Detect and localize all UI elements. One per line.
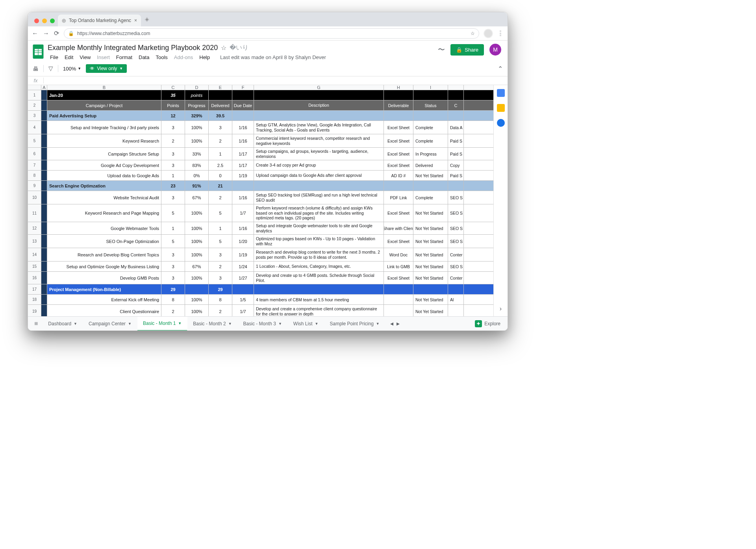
col-header[interactable]: A bbox=[41, 85, 47, 90]
new-tab-button[interactable]: + bbox=[141, 16, 153, 26]
chevron-down-icon[interactable]: ▼ bbox=[128, 322, 132, 326]
row-header[interactable]: 9 bbox=[28, 181, 41, 191]
menu-file[interactable]: File bbox=[48, 54, 61, 61]
user-avatar[interactable]: M bbox=[489, 44, 501, 56]
row-header[interactable]: 6 bbox=[28, 148, 41, 160]
sheet-tab[interactable]: Campaign Center ▼ bbox=[83, 317, 137, 331]
browser-tab[interactable]: ◎ Top Orlando Marketing Agenc × bbox=[58, 15, 141, 26]
sheet-tab[interactable]: Wish List ▼ bbox=[288, 317, 324, 331]
collapse-toolbar-icon[interactable]: ⌃ bbox=[498, 65, 503, 72]
address-bar[interactable]: 🔒 https://www.chatterbuzzmedia.com ☆ bbox=[64, 28, 479, 39]
col-header[interactable] bbox=[448, 85, 464, 90]
col-header[interactable]: B bbox=[47, 85, 161, 90]
row-header[interactable]: 4 bbox=[28, 121, 41, 134]
table-row[interactable]: 6Campaign Structure Setup333%11/17Setup … bbox=[28, 148, 493, 160]
formula-bar[interactable]: fx bbox=[28, 76, 508, 85]
forward-icon[interactable]: → bbox=[43, 30, 49, 37]
spreadsheet-grid[interactable]: A B C D E F G H I 1 Jan-20 35 points 2 bbox=[28, 85, 493, 316]
sheet-prev-icon[interactable]: ◂ bbox=[390, 320, 393, 327]
close-tab-icon[interactable]: × bbox=[134, 18, 137, 23]
chevron-down-icon[interactable]: ▼ bbox=[178, 321, 182, 325]
col-header[interactable]: I bbox=[413, 85, 448, 90]
table-row[interactable]: 8Upload data to Google Ads10%01/19Upload… bbox=[28, 171, 493, 181]
row-header[interactable]: 14 bbox=[28, 248, 41, 261]
sheet-next-icon[interactable]: ▸ bbox=[397, 320, 400, 327]
col-header[interactable]: F bbox=[232, 85, 254, 90]
back-icon[interactable]: ← bbox=[32, 30, 38, 37]
browser-menu-icon[interactable]: ⋮ bbox=[497, 30, 504, 37]
chevron-down-icon[interactable]: ▼ bbox=[376, 322, 380, 326]
zoom-dropdown[interactable]: 100% ▼ bbox=[63, 66, 81, 72]
menu-insert[interactable]: Insert bbox=[94, 54, 112, 61]
share-button[interactable]: 🔒 Share bbox=[450, 44, 484, 56]
view-only-button[interactable]: 👁 View only ▼ bbox=[86, 64, 127, 73]
row-header[interactable]: 12 bbox=[28, 222, 41, 234]
row-header[interactable]: 8 bbox=[28, 171, 41, 180]
row-header[interactable]: 17 bbox=[28, 284, 41, 294]
row-header[interactable]: 2 bbox=[28, 100, 41, 110]
all-sheets-icon[interactable]: ≡ bbox=[31, 320, 41, 327]
menu-data[interactable]: Data bbox=[136, 54, 152, 61]
row-header[interactable]: 19 bbox=[28, 305, 41, 316]
sheet-tab[interactable]: Basic - Month 3 ▼ bbox=[238, 317, 288, 331]
row-header[interactable]: 13 bbox=[28, 235, 41, 248]
tasks-icon[interactable] bbox=[497, 119, 505, 127]
col-header[interactable]: D bbox=[185, 85, 209, 90]
table-row[interactable]: 14Reearch and Develop Blog Content Topic… bbox=[28, 248, 493, 262]
table-row[interactable]: 7Google Ad Copy Development383%2.51/17Cr… bbox=[28, 160, 493, 171]
chevron-down-icon[interactable]: ▼ bbox=[278, 322, 282, 326]
sheet-tab[interactable]: Basic - Month 1 ▼ bbox=[137, 317, 187, 331]
move-icon[interactable]: �いり bbox=[230, 44, 248, 52]
menu-format[interactable]: Format bbox=[114, 54, 135, 61]
browser-profile-avatar[interactable] bbox=[484, 29, 493, 38]
row-header[interactable]: 16 bbox=[28, 272, 41, 284]
col-header[interactable]: H bbox=[384, 85, 413, 90]
menu-view[interactable]: View bbox=[77, 54, 93, 61]
table-row[interactable]: 3Paid Advertising Setup12329%39.5 bbox=[28, 111, 493, 121]
menu-help[interactable]: Help bbox=[197, 54, 212, 61]
minimize-window-icon[interactable] bbox=[42, 19, 47, 23]
chevron-down-icon[interactable]: ▼ bbox=[315, 322, 319, 326]
row-header[interactable]: 1 bbox=[28, 90, 41, 100]
row-header[interactable]: 7 bbox=[28, 160, 41, 170]
table-row[interactable]: 5Keyword Research2100%21/16Commercial in… bbox=[28, 134, 493, 148]
document-title[interactable]: Example Monthly Integrated Marketing Pla… bbox=[48, 44, 218, 52]
print-icon[interactable]: 🖶 bbox=[33, 65, 39, 72]
row-header[interactable]: 5 bbox=[28, 134, 41, 147]
explore-button[interactable]: ✦ Explore bbox=[471, 320, 504, 327]
table-row[interactable]: 12Google Webmaster Tools1100%11/16Setup … bbox=[28, 222, 493, 235]
menu-add-ons[interactable]: Add-ons bbox=[172, 54, 195, 61]
row-header[interactable]: 11 bbox=[28, 204, 41, 222]
col-header[interactable]: C bbox=[161, 85, 185, 90]
keep-icon[interactable] bbox=[497, 104, 505, 112]
row-header[interactable]: 18 bbox=[28, 295, 41, 304]
bookmark-star-icon[interactable]: ☆ bbox=[471, 31, 475, 36]
side-panel-chevron-icon[interactable]: › bbox=[500, 305, 502, 312]
table-row[interactable]: 16Develop GMB Posts3100%31/27Develop and… bbox=[28, 272, 493, 284]
sheet-tab[interactable]: Dashboard ▼ bbox=[43, 317, 83, 331]
col-header[interactable]: E bbox=[209, 85, 232, 90]
star-icon[interactable]: ☆ bbox=[221, 44, 226, 52]
table-row[interactable]: 13SEO On-Page Optimization5100%51/20Opti… bbox=[28, 235, 493, 248]
col-header[interactable]: G bbox=[254, 85, 384, 90]
row-header[interactable]: 10 bbox=[28, 191, 41, 204]
chevron-down-icon[interactable]: ▼ bbox=[228, 322, 232, 326]
chevron-down-icon[interactable]: ▼ bbox=[74, 322, 77, 326]
table-row[interactable]: 17Project Management (Non-Billable)2929 bbox=[28, 284, 493, 295]
table-row[interactable]: 4Setup and Integrate Tracking / 3rd part… bbox=[28, 121, 493, 134]
table-row[interactable]: 15Setup and Optimize Google My Business … bbox=[28, 262, 493, 272]
calendar-icon[interactable] bbox=[497, 89, 505, 97]
table-row[interactable]: 11Keyword Research and Page Mapping5100%… bbox=[28, 204, 493, 222]
reload-icon[interactable]: ⟳ bbox=[54, 30, 59, 37]
menu-edit[interactable]: Edit bbox=[62, 54, 76, 61]
sheets-logo-icon[interactable] bbox=[32, 44, 44, 59]
table-row[interactable]: 18External Kick off Meeting8100%81/54 te… bbox=[28, 295, 493, 305]
table-row[interactable]: 10Website Technical Audit367%21/16Setup … bbox=[28, 191, 493, 204]
sheet-tab[interactable]: Basic - Month 2 ▼ bbox=[187, 317, 237, 331]
table-row[interactable]: 1 Jan-20 35 points bbox=[28, 90, 493, 100]
row-header[interactable]: 3 bbox=[28, 111, 41, 121]
table-row[interactable]: 19Client Questionnaire2100%21/7Develop a… bbox=[28, 305, 493, 316]
table-row[interactable]: 2 Campaign / Project Points Progress Del… bbox=[28, 100, 493, 111]
close-window-icon[interactable] bbox=[34, 19, 39, 23]
sheet-tab[interactable]: Sample Point Pricing ▼ bbox=[324, 317, 385, 331]
